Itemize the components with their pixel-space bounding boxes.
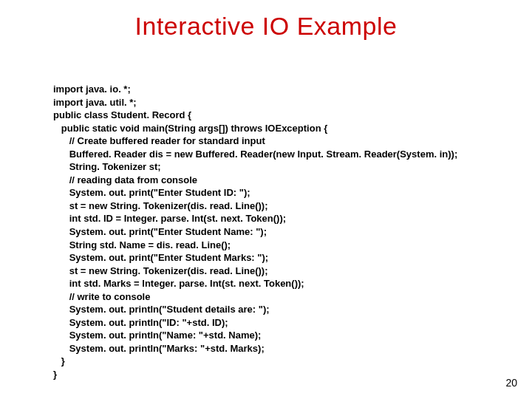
code-line: System. out. print("Enter Student Name: … [53,226,267,237]
code-line: import java. io. *; [53,83,131,95]
code-line: } [53,369,57,380]
code-line: int std. ID = Integer. parse. Int(st. ne… [53,213,286,224]
code-line: Buffered. Reader dis = new Buffered. Rea… [53,149,457,160]
code-line: System. out. println("Student details ar… [53,304,270,315]
code-line: public static void main(String args[]) t… [53,123,327,134]
code-line: // reading data from console [53,174,197,185]
code-line: System. out. println("ID: "+std. ID); [53,317,228,328]
code-line: int std. Marks = Integer. parse. Int(st.… [53,278,304,289]
code-line: st = new String. Tokenizer(dis. read. Li… [53,265,268,276]
code-line: String. Tokenizer st; [53,161,161,172]
code-line: System. out. println("Marks: "+std. Mark… [53,343,265,354]
code-block: import java. io. *; import java. util. *… [53,83,457,381]
code-line: // Create buffered reader for standard i… [53,135,265,146]
code-line: System. out. println("Name: "+std. Name)… [53,330,261,341]
code-line: public class Student. Record { [53,109,191,120]
code-line: } [53,355,65,366]
code-line: System. out. print("Enter Student Marks:… [53,252,268,263]
slide-title: Interactive IO Example [0,0,532,41]
code-line: System. out. print("Enter Student ID: ")… [53,187,250,198]
code-line: String std. Name = dis. read. Line(); [53,239,231,250]
code-line: // write to console [53,291,150,302]
code-line: import java. util. *; [53,97,137,108]
code-line: st = new String. Tokenizer(dis. read. Li… [53,200,268,211]
page-number: 20 [505,377,517,389]
slide: Interactive IO Example import java. io. … [0,0,532,399]
